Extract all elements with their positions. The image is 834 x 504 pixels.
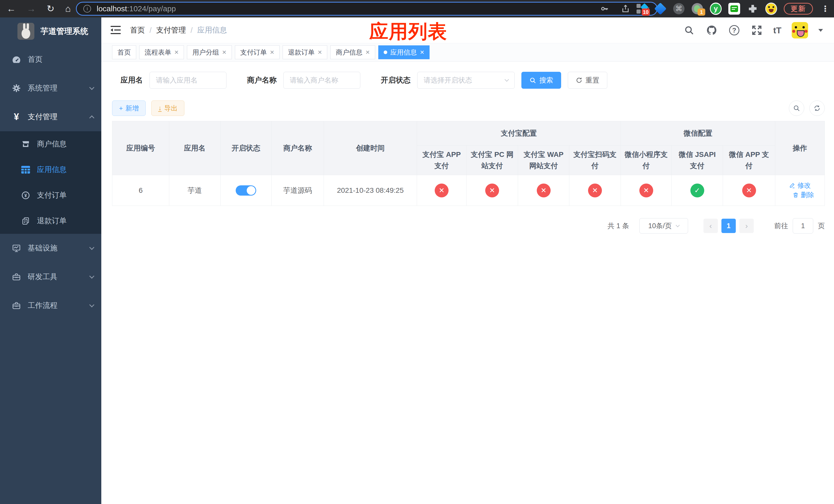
search-icon[interactable] [683,24,695,37]
col-wx-mini: 微信小程序支付 [621,145,672,175]
close-icon[interactable]: × [318,49,322,56]
toggle-search-button[interactable] [789,100,804,116]
goto-label: 前往 [774,221,788,230]
page-size-select[interactable]: 10条/页 [639,218,688,233]
sidebar-item-home[interactable]: 首页 [0,45,101,74]
sidebar-logo-row[interactable]: 芋道管理系统 [0,18,101,45]
site-info-icon[interactable]: i [83,5,91,13]
collapse-sidebar-icon[interactable] [111,26,121,35]
sidebar-item-app-info[interactable]: 应用信息 [0,157,101,183]
edit-link[interactable]: 修改 [789,181,811,190]
col-wx-app: 微信 APP 支付 [723,145,775,175]
home-icon[interactable]: ⌂ [65,4,71,13]
add-button[interactable]: +新增 [112,100,146,116]
share-icon[interactable] [621,4,630,13]
sidebar-item-dev-tools[interactable]: 研发工具 [0,262,101,291]
sidebar-item-label: 系统管理 [28,83,84,93]
breadcrumb-separator: / [191,26,193,35]
page-content: 应用名 商户名称 开启状态 请选择开启状态 搜索 重置 [101,62,834,504]
forward-icon[interactable]: → [27,4,36,13]
page-1-button[interactable]: 1 [721,219,736,233]
next-page-button[interactable]: › [739,219,754,233]
sidebar-item-label: 商户信息 [37,139,94,149]
sidebar-item-merchant-info[interactable]: 商户信息 [0,131,101,157]
help-icon[interactable]: ? [728,24,740,37]
breadcrumb-payment[interactable]: 支付管理 [156,25,186,36]
prev-page-button[interactable]: ‹ [703,219,718,233]
col-group-wechat: 微信配置 [621,121,775,145]
close-icon[interactable]: × [366,49,370,56]
tab-refund-orders[interactable]: 退款订单× [283,45,327,59]
breadcrumb-home[interactable]: 首页 [130,25,145,36]
fullscreen-icon[interactable] [751,24,763,37]
cell-alipay-qr: ✕ [569,175,621,206]
avatar-caret-icon[interactable] [818,29,823,32]
reset-button[interactable]: 重置 [568,72,607,89]
col-merchant: 商户名称 [271,121,324,175]
sidebar-item-workflow[interactable]: 工作流程 [0,291,101,320]
recorder-extension-icon[interactable]: 1 [692,3,703,15]
export-button[interactable]: ↓导出 [151,100,184,116]
close-icon[interactable]: × [420,49,424,56]
col-app-name: 应用名 [169,121,221,175]
sidebar-item-payment[interactable]: ¥ 支付管理 [0,102,101,131]
search-button[interactable]: 搜索 [521,72,561,89]
github-icon[interactable] [705,24,718,37]
table-row: 6 芋道 芋道源码 2021-10-23 08:49:25 ✕ ✕ ✕ ✕ ✕ … [112,175,825,206]
emoji-extension-icon[interactable] [765,3,777,15]
svg-text:¥: ¥ [24,193,27,198]
sidebar-item-infrastructure[interactable]: 基础设施 [0,234,101,262]
sidebar-item-label: 退款订单 [37,216,94,226]
top-navbar: 首页 / 支付管理 / 应用信息 ? tT [101,18,834,43]
puzzle-extensions-icon[interactable] [747,3,759,15]
user-avatar[interactable] [792,22,808,39]
back-icon[interactable]: ← [7,4,16,13]
sidebar-item-label: 工作流程 [28,300,84,311]
reload-icon[interactable]: ↻ [47,4,54,13]
page-unit-label: 页 [818,221,825,230]
yudao-extension-icon[interactable]: y [710,3,722,15]
cell-alipay-wap: ✕ [518,175,569,206]
password-key-icon[interactable] [600,4,609,13]
close-icon[interactable]: × [222,49,226,56]
browser-menu-icon[interactable]: ⋮ [820,4,831,14]
extension-badge: 10 [642,8,650,16]
gem-extension-icon[interactable] [655,3,666,15]
browser-update-button[interactable]: 更新 [784,3,813,15]
col-created: 创建时间 [324,121,417,175]
delete-link[interactable]: 删除 [792,190,814,200]
sidebar-item-label: 首页 [28,54,94,65]
app-name-input[interactable] [150,72,226,89]
sortable-extension-icon[interactable]: 10 [636,3,648,15]
command-extension-icon[interactable]: ⌘ [673,3,685,15]
close-icon[interactable]: × [270,49,274,56]
address-bar[interactable]: i localhost:1024/pay/app ☆ [76,2,658,16]
font-size-icon[interactable]: tT [773,25,782,36]
tab-home[interactable]: 首页 [112,45,136,59]
sidebar-item-system[interactable]: 系统管理 [0,74,101,102]
wechat-extension-icon[interactable] [728,3,740,15]
shop-icon [21,140,31,148]
url-text[interactable]: localhost:1024/pay/app [97,4,600,13]
sidebar-item-pay-orders[interactable]: ¥ 支付订单 [0,183,101,208]
tab-pay-orders[interactable]: 支付订单× [235,45,280,59]
cell-wx-mini: ✕ [621,175,672,206]
merchant-name-input[interactable] [283,72,360,89]
status-toggle[interactable] [236,185,256,196]
tab-merchant-info[interactable]: 商户信息× [330,45,375,59]
merchant-name-label: 商户名称 [247,75,277,85]
goto-page-input[interactable] [793,218,813,233]
col-alipay-app: 支付宝 APP 支付 [417,145,466,175]
tab-user-group[interactable]: 用户分组× [187,45,232,59]
refresh-button[interactable] [809,100,825,116]
sidebar-item-refund-orders[interactable]: 退款订单 [0,208,101,234]
extension-badge: 1 [698,8,705,16]
breadcrumb-current: 应用信息 [197,25,227,36]
close-icon[interactable]: × [174,49,178,56]
chevron-down-icon [89,274,94,279]
page-annotation: 应用列表 [369,19,447,45]
tab-process-form[interactable]: 流程表单× [139,45,184,59]
tab-app-info[interactable]: 应用信息× [378,45,430,59]
cell-wx-app: ✕ [723,175,775,206]
status-select[interactable]: 请选择开启状态 [417,72,515,89]
